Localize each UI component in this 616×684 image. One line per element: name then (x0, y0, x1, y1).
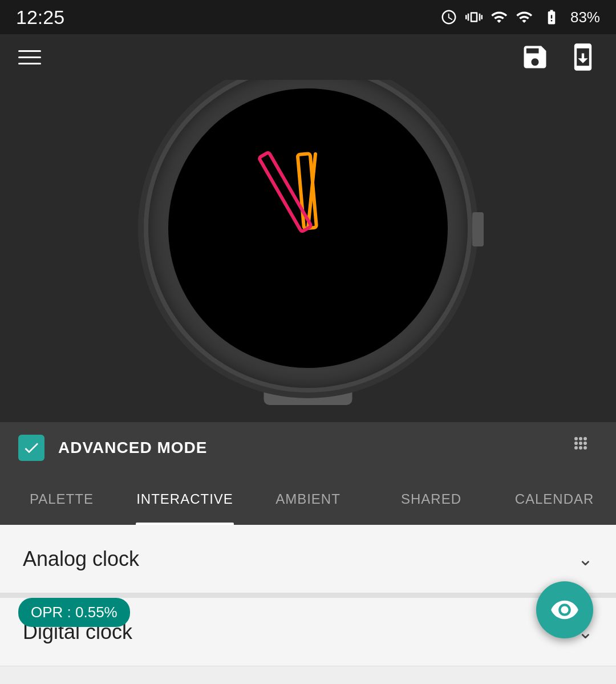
status-bar: 12:25 83% (0, 0, 616, 34)
svg-point-11 (583, 446, 587, 450)
opr-badge: OPR : 0.55% (18, 598, 130, 627)
tab-interactive[interactable]: INTERACTIVE (123, 473, 246, 525)
svg-point-5 (583, 437, 587, 440)
clock-hands (168, 88, 448, 368)
battery-icon (541, 9, 562, 26)
advanced-mode-checkbox[interactable] (18, 435, 44, 461)
wifi-icon (491, 9, 508, 26)
svg-point-8 (583, 442, 587, 445)
eye-icon (550, 595, 579, 625)
check-icon (22, 439, 40, 457)
advanced-mode-bar: ADVANCED MODE (0, 422, 616, 473)
advanced-mode-label: ADVANCED MODE (58, 439, 557, 457)
dots-grid-icon (570, 433, 598, 460)
svg-point-10 (579, 446, 582, 450)
tab-palette[interactable]: PALETTE (0, 473, 123, 525)
analog-clock-section[interactable]: Analog clock ⌄ (0, 525, 616, 593)
status-icons: 83% (440, 9, 600, 26)
save-icon[interactable] (520, 42, 550, 72)
menu-button[interactable] (18, 50, 41, 64)
grid-button[interactable] (570, 433, 598, 463)
section-divider (0, 593, 616, 598)
vibrate-icon (465, 9, 483, 26)
svg-point-4 (579, 437, 582, 440)
svg-point-9 (574, 446, 578, 450)
tab-shared[interactable]: SHARED (370, 473, 493, 525)
svg-point-6 (574, 442, 578, 445)
watch-face[interactable] (168, 88, 448, 368)
analog-clock-label: Analog clock (23, 547, 139, 571)
svg-point-3 (574, 437, 578, 440)
analog-clock-chevron: ⌄ (578, 548, 593, 570)
top-bar-actions (520, 42, 598, 72)
status-time: 12:25 (16, 6, 64, 29)
preview-fab[interactable] (536, 581, 593, 638)
tab-calendar[interactable]: CALENDAR (493, 473, 616, 525)
top-bar (0, 34, 616, 80)
watch-preview-area (0, 34, 616, 422)
battery-percentage: 83% (570, 9, 600, 26)
tab-ambient[interactable]: AMBIENT (246, 473, 370, 525)
watch-body (148, 68, 468, 388)
signal-icon (516, 9, 533, 26)
svg-point-7 (579, 442, 582, 445)
watch-crown (472, 212, 484, 246)
alarm-icon (440, 9, 457, 26)
tabs-bar: PALETTE INTERACTIVE AMBIENT SHARED CALEN… (0, 473, 616, 525)
send-to-watch-icon[interactable] (568, 42, 598, 72)
